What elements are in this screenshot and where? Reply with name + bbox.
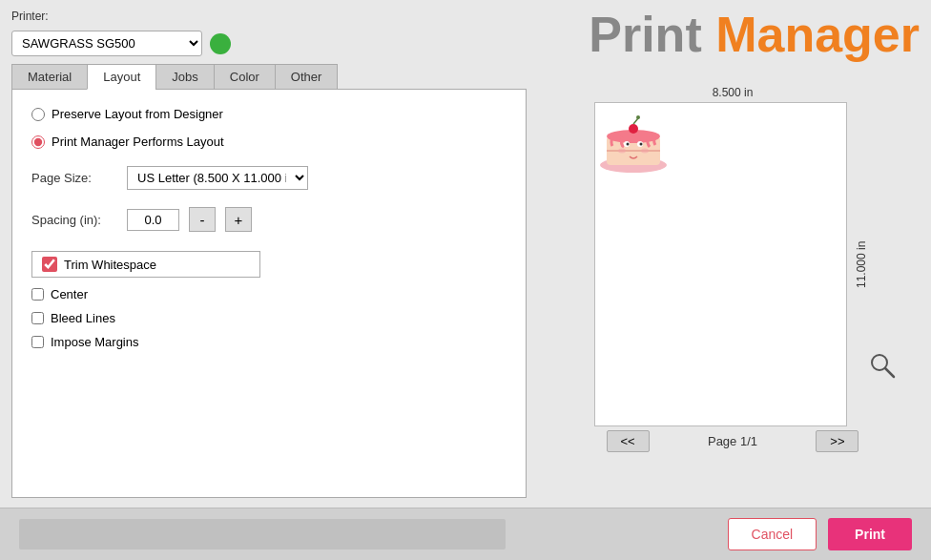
- tab-layout[interactable]: Layout: [87, 64, 155, 90]
- svg-point-8: [629, 124, 638, 134]
- app-title: Print Manager: [589, 10, 920, 59]
- bottom-progress-area: [19, 519, 506, 550]
- printer-select[interactable]: SAWGRASS SG500: [11, 31, 202, 56]
- page-size-label: Page Size:: [31, 171, 117, 185]
- print-button[interactable]: Print: [828, 518, 912, 550]
- center-row: Center: [31, 287, 507, 301]
- preview-wrapper: 11.000 in: [594, 102, 872, 426]
- printer-label: Printer:: [11, 10, 49, 23]
- bleed-lines-checkbox[interactable]: [31, 312, 44, 324]
- app-title-print: Print: [589, 7, 701, 62]
- page-info: Page 1/1: [708, 434, 757, 448]
- svg-point-6: [626, 143, 629, 146]
- app-title-manager: Manager: [715, 7, 920, 62]
- bleed-lines-label: Bleed Lines: [51, 311, 115, 325]
- page-size-row: Page Size: US Letter (8.500 X 11.000 in): [31, 166, 507, 190]
- spacing-plus-button[interactable]: +: [225, 207, 252, 232]
- right-panel: Print Manager 8.500 in: [546, 10, 920, 498]
- tab-other[interactable]: Other: [275, 64, 339, 89]
- center-checkbox[interactable]: [31, 288, 44, 301]
- print-manager-layout-row: Print Manager Performs Layout: [31, 135, 507, 149]
- spacing-minus-button[interactable]: -: [189, 207, 216, 232]
- svg-point-10: [636, 115, 640, 119]
- page-size-select[interactable]: US Letter (8.500 X 11.000 in): [127, 166, 308, 190]
- preserve-layout-radio[interactable]: [31, 108, 45, 121]
- prev-page-button[interactable]: <<: [607, 430, 650, 452]
- svg-line-14: [885, 368, 894, 377]
- action-buttons: Cancel Print: [728, 518, 912, 550]
- next-page-button[interactable]: >>: [816, 430, 859, 452]
- printer-select-row: SAWGRASS SG500: [11, 31, 527, 56]
- tab-material[interactable]: Material: [11, 64, 87, 89]
- spacing-row: Spacing (in): 0.0 - +: [31, 207, 507, 232]
- page-canvas: [594, 102, 847, 426]
- svg-point-12: [641, 149, 649, 154]
- center-label: Center: [51, 287, 88, 301]
- checkbox-group: Trim Whitespace Center Bleed Lines Impos…: [31, 251, 507, 349]
- tab-content-layout: Preserve Layout from Designer Print Mana…: [11, 89, 527, 498]
- spacing-label: Spacing (in):: [31, 213, 117, 227]
- preserve-layout-row: Preserve Layout from Designer: [31, 107, 507, 121]
- left-panel: Printer: SAWGRASS SG500 Material Layout …: [11, 10, 527, 498]
- cake-image: [595, 103, 672, 179]
- preview-area: 8.500 in: [546, 86, 920, 452]
- impose-margins-checkbox[interactable]: [31, 336, 44, 348]
- trim-whitespace-checkbox[interactable]: [42, 257, 57, 272]
- nav-row: << Page 1/1 >>: [607, 430, 859, 452]
- svg-line-9: [633, 118, 638, 124]
- impose-margins-label: Impose Margins: [51, 335, 138, 349]
- trim-whitespace-label: Trim Whitespace: [64, 258, 156, 272]
- print-manager-layout-label: Print Manager Performs Layout: [52, 135, 224, 149]
- magnify-icon: [867, 350, 898, 384]
- preserve-layout-label: Preserve Layout from Designer: [52, 107, 223, 121]
- printer-status-dot: [210, 33, 231, 54]
- trim-whitespace-row: Trim Whitespace: [31, 251, 260, 278]
- tabs: Material Layout Jobs Color Other: [11, 64, 527, 89]
- bottom-bar: Cancel Print: [0, 508, 931, 560]
- tab-color[interactable]: Color: [214, 64, 275, 89]
- print-manager-layout-radio[interactable]: [31, 135, 45, 149]
- cancel-button[interactable]: Cancel: [728, 518, 817, 550]
- tab-jobs[interactable]: Jobs: [155, 64, 213, 89]
- impose-margins-row: Impose Margins: [31, 335, 507, 349]
- svg-point-11: [618, 149, 626, 154]
- printer-row: Printer:: [11, 10, 527, 23]
- dimension-top: 8.500 in: [713, 86, 754, 99]
- spacing-input[interactable]: 0.0: [127, 209, 179, 231]
- bleed-lines-row: Bleed Lines: [31, 311, 507, 325]
- svg-point-7: [639, 143, 642, 146]
